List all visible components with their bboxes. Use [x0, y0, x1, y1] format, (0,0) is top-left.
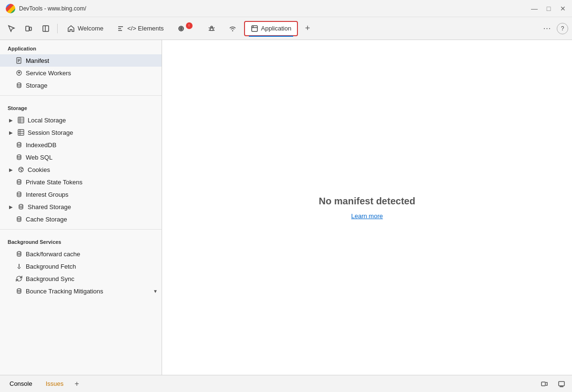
- window-controls: — □ ✕: [531, 5, 566, 12]
- title-bar-text: DevTools - www.bing.com/: [19, 5, 527, 12]
- sidebar-item-manifest-label: Manifest: [26, 57, 49, 64]
- background-fetch-icon: [15, 262, 23, 270]
- sidebar-section-application: Application: [0, 40, 162, 54]
- add-panel-button[interactable]: +: [71, 378, 82, 390]
- background-sync-icon: [15, 275, 23, 282]
- sidebar-item-back-forward-cache-label: Back/forward cache: [26, 251, 80, 258]
- sidebar-item-web-sql[interactable]: Web SQL: [0, 151, 162, 163]
- sidebar-item-interest-groups[interactable]: Interest Groups: [0, 188, 162, 201]
- svg-line-10: [214, 30, 214, 30]
- bounce-tracking-icon: [15, 287, 23, 295]
- svg-point-34: [21, 168, 22, 169]
- manifest-icon: [15, 57, 23, 64]
- sidebar-item-session-storage-label: Session Storage: [28, 129, 73, 136]
- shared-storage-icon: [17, 203, 25, 211]
- svg-point-31: [19, 167, 23, 172]
- local-storage-expand-icon: [8, 117, 14, 123]
- cookies-icon: [17, 166, 25, 173]
- interest-groups-icon: [15, 191, 23, 198]
- bottom-tab-issues[interactable]: Issues: [40, 378, 70, 389]
- session-storage-expand-icon: [8, 129, 14, 136]
- svg-point-30: [17, 155, 21, 157]
- svg-line-9: [209, 30, 210, 30]
- sidebar-item-private-state-tokens-label: Private State Tokens: [26, 179, 82, 186]
- sidebar-item-cookies[interactable]: Cookies: [0, 163, 162, 176]
- sidebar-item-shared-storage-label: Shared Storage: [28, 203, 71, 211]
- title-bar: DevTools - www.bing.com/ — □ ✕: [0, 0, 572, 17]
- service-workers-icon: [15, 69, 23, 77]
- sidebar-item-manifest[interactable]: Manifest: [0, 54, 162, 67]
- tab-welcome-label: Welcome: [78, 25, 103, 32]
- tab-application[interactable]: Application: [244, 21, 298, 36]
- tab-debug[interactable]: [202, 22, 221, 35]
- sidebar-scroll[interactable]: Application Manifest Service Workers Sto…: [0, 40, 162, 375]
- bottom-right-icons: [538, 377, 568, 391]
- sidebar-item-interest-groups-label: Interest Groups: [26, 191, 69, 198]
- undock-button[interactable]: [538, 377, 551, 391]
- toolbar-divider-1: [57, 24, 58, 33]
- tab-elements-label: </> Elements: [127, 25, 164, 32]
- sidebar-item-shared-storage[interactable]: Shared Storage: [0, 201, 162, 213]
- sidebar-section-background-services: Background Services: [0, 233, 162, 248]
- bounce-tracking-arrow: ▼: [153, 289, 158, 294]
- minimize-button[interactable]: —: [531, 5, 538, 12]
- close-button[interactable]: ✕: [560, 5, 566, 12]
- cookies-expand-icon: [8, 166, 14, 173]
- more-options-button[interactable]: ···: [540, 21, 555, 36]
- svg-point-35: [17, 180, 21, 181]
- tab-welcome[interactable]: Welcome: [61, 22, 109, 35]
- sidebar-item-session-storage[interactable]: Session Storage: [0, 126, 162, 139]
- tab-network[interactable]: !: [172, 22, 200, 35]
- bottom-bar: Console Issues +: [0, 375, 572, 392]
- shared-storage-expand-icon: [8, 203, 14, 210]
- svg-point-32: [20, 169, 20, 170]
- separator-1: [0, 95, 162, 96]
- sidebar: Application Manifest Service Workers Sto…: [0, 40, 162, 375]
- svg-point-19: [19, 72, 20, 73]
- svg-rect-43: [541, 382, 545, 386]
- tab-application-label: Application: [261, 25, 292, 32]
- sidebar-item-local-storage[interactable]: Local Storage: [0, 114, 162, 126]
- web-sql-icon: [15, 153, 23, 161]
- help-button[interactable]: ?: [557, 23, 568, 34]
- maximize-button[interactable]: □: [545, 5, 552, 12]
- svg-point-38: [17, 217, 21, 219]
- device-toolbar-button[interactable]: [21, 21, 36, 36]
- svg-point-37: [19, 204, 23, 206]
- svg-rect-25: [18, 130, 24, 135]
- sidebar-item-storage-app[interactable]: Storage: [0, 79, 162, 91]
- svg-point-33: [21, 170, 22, 171]
- svg-rect-1: [30, 27, 31, 30]
- sidebar-item-background-fetch-label: Background Fetch: [26, 263, 76, 270]
- tab-elements[interactable]: </> Elements: [111, 22, 170, 35]
- no-manifest-heading: No manifest detected: [319, 196, 415, 207]
- sidebar-item-cache-storage[interactable]: Cache Storage: [0, 213, 162, 225]
- sidebar-item-back-forward-cache[interactable]: Back/forward cache: [0, 248, 162, 260]
- tab-wifi[interactable]: [223, 22, 242, 35]
- back-forward-cache-icon: [15, 250, 23, 258]
- sidebar-item-bounce-tracking[interactable]: Bounce Tracking Mitigations ▼: [0, 285, 162, 297]
- cache-storage-icon: [15, 215, 23, 223]
- private-state-tokens-icon: [15, 178, 23, 186]
- sidebar-item-service-workers-label: Service Workers: [26, 70, 71, 77]
- sidebar-section-storage: Storage: [0, 100, 162, 114]
- sidebar-item-background-sync[interactable]: Background Sync: [0, 272, 162, 285]
- sidebar-item-indexeddb-label: IndexedDB: [26, 141, 56, 149]
- sidebar-item-private-state-tokens[interactable]: Private State Tokens: [0, 176, 162, 188]
- bottom-tab-console[interactable]: Console: [4, 378, 38, 389]
- learn-more-link[interactable]: Learn more: [351, 212, 383, 220]
- inspect-element-button[interactable]: [4, 21, 19, 36]
- sidebar-item-indexeddb[interactable]: IndexedDB: [0, 139, 162, 151]
- svg-line-7: [209, 28, 210, 28]
- content-area: No manifest detected Learn more: [162, 40, 572, 375]
- svg-rect-0: [26, 26, 29, 31]
- sidebar-item-storage-app-label: Storage: [26, 82, 48, 89]
- svg-rect-21: [18, 117, 24, 123]
- svg-rect-44: [559, 382, 564, 386]
- screenshot-button[interactable]: [555, 377, 568, 391]
- add-tab-button[interactable]: +: [300, 21, 315, 36]
- sidebar-item-service-workers[interactable]: Service Workers: [0, 67, 162, 79]
- sidebar-item-background-fetch[interactable]: Background Fetch: [0, 260, 162, 272]
- toggle-sidebar-button[interactable]: [38, 21, 53, 36]
- svg-line-8: [214, 28, 214, 28]
